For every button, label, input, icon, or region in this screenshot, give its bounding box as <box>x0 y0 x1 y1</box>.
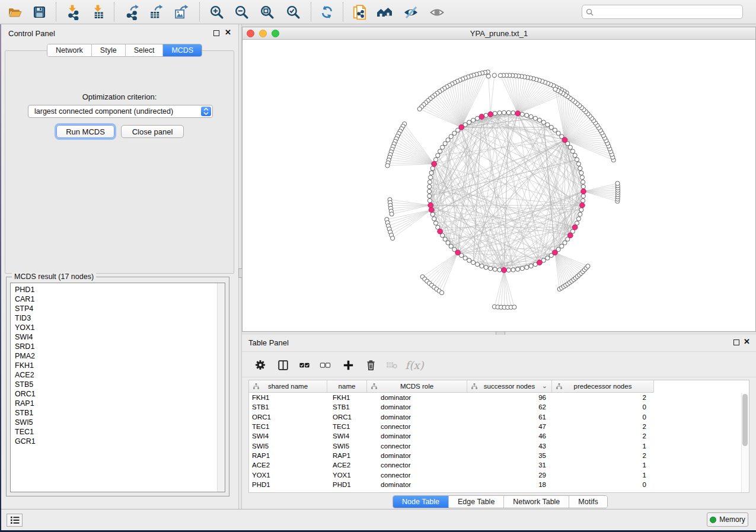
network-node[interactable] <box>533 116 537 120</box>
mcds-result-item[interactable]: STB1 <box>15 408 213 418</box>
import-table-button[interactable] <box>88 4 109 21</box>
columns-button[interactable] <box>274 357 292 373</box>
network-node[interactable] <box>570 149 575 153</box>
network-node[interactable] <box>568 145 572 149</box>
network-node[interactable] <box>581 180 585 184</box>
column-header-successor-nodes[interactable]: successor nodes⌄ <box>467 380 552 393</box>
network-node[interactable] <box>573 153 577 158</box>
mcds-list-scrollbar[interactable] <box>217 283 225 492</box>
network-node[interactable] <box>520 112 524 116</box>
network-hub-node[interactable] <box>537 260 543 265</box>
network-node[interactable] <box>480 264 484 268</box>
mcds-result-item[interactable]: GCR1 <box>15 437 213 446</box>
network-node[interactable] <box>452 131 457 135</box>
import-network-button[interactable] <box>63 4 83 21</box>
delete-column-button[interactable] <box>362 357 379 373</box>
network-window-titlebar[interactable]: YPA_prune.txt_1 <box>243 27 755 40</box>
export-table-button[interactable] <box>145 4 165 21</box>
network-node[interactable] <box>579 171 583 175</box>
network-node[interactable] <box>520 267 524 271</box>
close-panel-icon[interactable]: ✕ <box>744 338 750 346</box>
network-node[interactable] <box>581 185 585 189</box>
search-input[interactable] <box>596 7 739 17</box>
network-node[interactable] <box>467 120 471 124</box>
network-node[interactable] <box>467 258 471 262</box>
network-hub-node[interactable] <box>479 114 484 120</box>
mcds-result-item[interactable]: PHD1 <box>15 285 213 294</box>
network-node[interactable] <box>506 268 511 272</box>
tab-node-table[interactable]: Node Table <box>393 496 449 508</box>
gear-button[interactable] <box>251 357 269 373</box>
mcds-result-item[interactable]: FKH1 <box>15 361 213 370</box>
network-node[interactable] <box>579 208 583 212</box>
network-node[interactable] <box>446 138 450 142</box>
network-node[interactable] <box>417 107 422 111</box>
network-node[interactable] <box>512 305 516 309</box>
table-row[interactable]: TEC1TEC1connector472 <box>249 422 741 431</box>
show-all-button[interactable] <box>427 4 447 21</box>
refresh-button[interactable] <box>317 4 337 21</box>
network-node[interactable] <box>553 128 557 132</box>
network-node[interactable] <box>546 123 550 127</box>
network-node[interactable] <box>497 268 502 272</box>
mcds-result-item[interactable]: TID3 <box>15 313 213 323</box>
table-row[interactable]: FKH1FKH1dominator962 <box>249 393 741 402</box>
network-node[interactable] <box>391 236 395 241</box>
mcds-result-item[interactable]: CAR1 <box>15 294 213 304</box>
network-node[interactable] <box>438 149 442 153</box>
export-image-button[interactable] <box>171 4 191 21</box>
float-window-icon[interactable] <box>733 339 739 345</box>
network-hub-node[interactable] <box>438 229 443 234</box>
mcds-result-item[interactable]: SWI5 <box>15 418 213 427</box>
zoom-fit-button[interactable] <box>257 4 277 21</box>
zoom-selected-button[interactable] <box>283 4 303 21</box>
network-node[interactable] <box>580 175 584 180</box>
mcds-result-item[interactable]: TEC1 <box>15 427 213 437</box>
network-node[interactable] <box>516 267 520 271</box>
network-node[interactable] <box>433 221 438 225</box>
tab-edge-table[interactable]: Edge Table <box>449 496 504 508</box>
network-node[interactable] <box>563 241 567 245</box>
network-node[interactable] <box>581 194 585 198</box>
open-file-button[interactable] <box>5 4 25 21</box>
network-graph[interactable] <box>243 40 755 331</box>
network-hub-node[interactable] <box>432 161 437 166</box>
network-node[interactable] <box>497 111 502 115</box>
memory-button[interactable]: Memory <box>707 512 748 527</box>
network-node[interactable] <box>436 153 440 158</box>
table-scrollbar[interactable] <box>741 393 749 492</box>
float-window-icon[interactable] <box>213 30 219 36</box>
table-row[interactable]: SWI5SWI5connector431 <box>249 441 741 450</box>
tab-style[interactable]: Style <box>92 44 126 56</box>
network-node[interactable] <box>443 142 447 146</box>
table-row[interactable]: ORC1ORC1dominator610 <box>249 412 741 422</box>
network-node[interactable] <box>575 158 579 162</box>
select-all-button[interactable] <box>295 357 313 373</box>
network-node[interactable] <box>429 175 433 180</box>
network-node[interactable] <box>443 237 447 241</box>
column-header-shared-name[interactable]: shared name <box>249 380 327 393</box>
table-row[interactable]: YOX1YOX1connector291 <box>249 470 741 479</box>
network-node[interactable] <box>553 87 557 91</box>
network-node[interactable] <box>511 268 515 272</box>
network-node[interactable] <box>546 256 550 260</box>
network-hub-node[interactable] <box>562 137 567 143</box>
network-node[interactable] <box>581 198 585 203</box>
tab-motifs[interactable]: Motifs <box>569 496 607 508</box>
network-node[interactable] <box>385 164 390 168</box>
network-hub-node[interactable] <box>567 233 573 238</box>
hide-selected-button[interactable] <box>401 4 421 21</box>
network-node[interactable] <box>549 125 553 129</box>
column-header-mcds-role[interactable]: MCDS role <box>367 380 467 393</box>
column-header-predecessor-nodes[interactable]: predecessor nodes <box>552 380 654 393</box>
network-node[interactable] <box>586 264 590 268</box>
network-node[interactable] <box>449 244 453 248</box>
network-node[interactable] <box>390 212 394 216</box>
network-node[interactable] <box>498 73 502 78</box>
network-node[interactable] <box>529 264 533 268</box>
network-hub-node[interactable] <box>459 125 464 130</box>
mcds-result-item[interactable]: RAP1 <box>15 399 213 408</box>
column-header-name[interactable]: name <box>327 380 367 393</box>
zoom-in-button[interactable] <box>206 4 227 21</box>
network-node[interactable] <box>428 185 432 189</box>
